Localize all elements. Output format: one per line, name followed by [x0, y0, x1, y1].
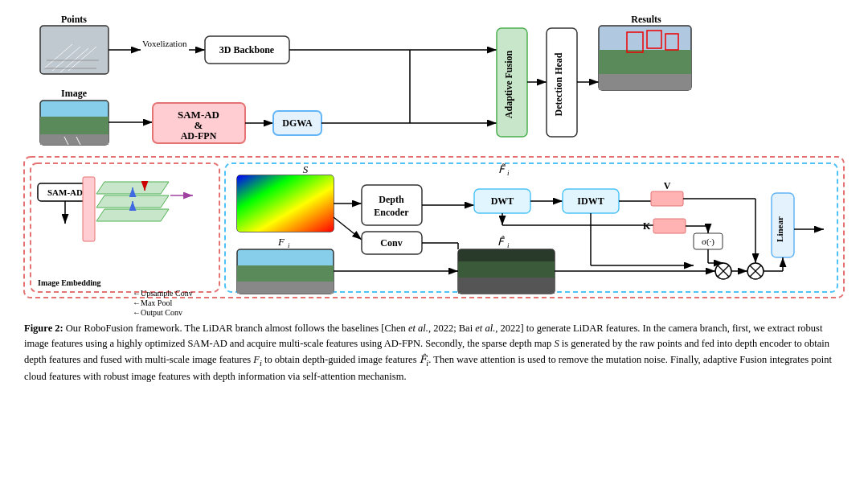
fi-tilde-label: F̃: [498, 163, 506, 175]
fi-sub: i: [288, 241, 290, 249]
depth-encoder-label: Depth: [379, 194, 404, 205]
dgwa-label: DGWA: [282, 117, 313, 129]
svg-rect-31: [237, 175, 334, 232]
v-rect: [651, 191, 683, 206]
fi-label: F: [277, 236, 285, 248]
figure-ref: Figure 2:: [24, 323, 63, 334]
diagram-container: Points Voxelization 3D Backbone Image: [16, 8, 852, 385]
sigma-text: σ(·): [702, 236, 714, 247]
points-image-box: [40, 26, 108, 74]
image-embedding-rect: [83, 177, 95, 241]
svg-text:Encoder: Encoder: [374, 207, 409, 218]
voxelization-label: Voxelization: [142, 39, 187, 48]
depth-encoder-box: [362, 185, 422, 225]
linear-label: Linear: [775, 216, 784, 242]
detection-head-label: Detection Head: [553, 52, 564, 116]
svg-rect-33: [237, 282, 334, 294]
image-title: Image: [61, 88, 88, 99]
adaptive-fusion-label: Adaptive Fusion: [503, 51, 514, 119]
fi-tilde-sub: i: [507, 169, 510, 177]
caption-text-1: Our RoboFusion framework. The LiDAR bran…: [24, 323, 832, 382]
k-label: K: [643, 220, 651, 232]
caption-block: Figure 2: Our RoboFusion framework. The …: [16, 321, 852, 385]
dwt-label: DWT: [491, 195, 514, 207]
conv-label: Conv: [380, 237, 402, 249]
v-label: V: [664, 180, 671, 191]
svg-rect-40: [458, 278, 555, 294]
s-label: S: [303, 163, 309, 175]
svg-rect-21: [599, 50, 691, 74]
svg-rect-9: [40, 117, 108, 134]
main-diagram-svg: Points Voxelization 3D Backbone Image: [16, 8, 852, 322]
svg-rect-32: [237, 265, 334, 282]
k-rect: [653, 219, 686, 233]
backbone-label: 3D Backbone: [219, 44, 275, 56]
svg-rect-39: [458, 261, 555, 278]
upsample-label: ←Upsample Conv: [133, 289, 193, 298]
idwt-label: IDWT: [577, 195, 604, 207]
maxpool-label: ←Max Pool: [133, 298, 172, 307]
results-title: Results: [631, 14, 661, 25]
sam-ad-bottom-label: SAM-AD: [47, 187, 83, 197]
svg-line-37: [334, 217, 362, 240]
svg-rect-10: [40, 134, 108, 145]
fi-hat-label: F̂: [497, 236, 506, 248]
fi-hat-sub: i: [507, 241, 510, 249]
output-conv-label: ←Output Conv: [133, 308, 182, 317]
image-embedding-label: Image Embedding: [38, 278, 101, 287]
svg-rect-22: [599, 74, 691, 90]
svg-text:AD-FPN: AD-FPN: [181, 130, 217, 142]
svg-text:&: &: [194, 119, 203, 131]
points-title: Points: [61, 14, 87, 25]
